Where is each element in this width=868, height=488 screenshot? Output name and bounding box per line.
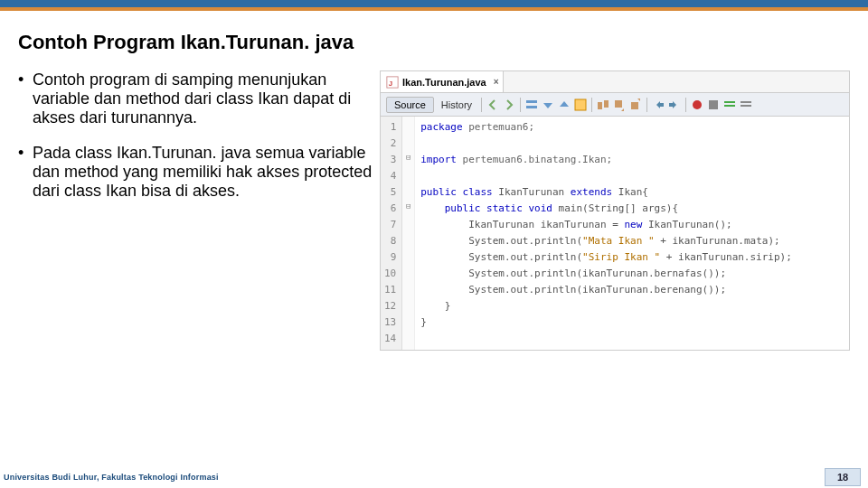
code-lines[interactable]: package pertemuan6; import pertemuan6.bi…: [415, 117, 792, 350]
toolbar-separator: [591, 98, 592, 112]
svg-rect-4: [575, 99, 586, 110]
svg-rect-3: [526, 106, 537, 108]
page-number: 18: [825, 468, 861, 486]
file-tab[interactable]: J Ikan.Turunan.java ×: [381, 71, 504, 92]
macro-stop-icon[interactable]: [706, 98, 721, 112]
find-next-icon[interactable]: [557, 98, 571, 112]
editor-tab-bar: J Ikan.Turunan.java ×: [381, 71, 849, 93]
find-prev-icon[interactable]: [541, 98, 555, 112]
svg-rect-10: [669, 103, 673, 107]
svg-point-11: [693, 100, 702, 109]
svg-rect-12: [709, 100, 718, 109]
svg-rect-16: [741, 105, 751, 107]
next-bookmark-icon[interactable]: [628, 98, 643, 112]
slide-title: Contoh Program Ikan.Turunan. java: [0, 11, 868, 70]
svg-rect-8: [631, 102, 638, 109]
svg-rect-15: [741, 101, 751, 103]
history-button[interactable]: History: [436, 98, 477, 112]
prev-bookmark-icon[interactable]: [612, 98, 627, 112]
svg-rect-2: [526, 100, 537, 103]
bookmark-icon[interactable]: [596, 98, 610, 112]
code-panel: J Ikan.Turunan.java × Source History: [380, 70, 850, 351]
java-file-icon: J: [386, 76, 399, 89]
toolbar-separator: [520, 98, 521, 112]
bullet-item: Pada class Ikan.Turunan. java semua vari…: [18, 144, 380, 201]
svg-rect-7: [615, 100, 622, 108]
nav-back-icon[interactable]: [486, 98, 500, 112]
source-button[interactable]: Source: [386, 97, 434, 113]
nav-fwd-icon[interactable]: [502, 98, 516, 112]
content-row: Contoh program di samping menunjukan var…: [0, 70, 868, 351]
toolbar-separator: [481, 98, 482, 112]
find-selection-icon[interactable]: [524, 98, 539, 112]
footer: Universitas Budi Luhur, Fakultas Teknolo…: [0, 466, 868, 488]
bullet-column: Contoh program di samping menunjukan var…: [18, 70, 380, 351]
svg-rect-5: [598, 102, 602, 109]
fold-column: ⊟⊟: [402, 117, 415, 350]
highlight-icon[interactable]: [573, 98, 588, 112]
shift-left-icon[interactable]: [651, 98, 665, 112]
code-area: 123 456 789 101112 1314 ⊟⊟ package perte…: [381, 117, 849, 350]
toolbar-separator: [685, 98, 686, 112]
line-gutter: 123 456 789 101112 1314: [381, 117, 402, 350]
macro-record-icon[interactable]: [690, 98, 704, 112]
file-tab-label: Ikan.Turunan.java: [402, 77, 486, 88]
uncomment-icon[interactable]: [739, 98, 753, 112]
svg-rect-9: [660, 103, 664, 107]
svg-rect-6: [604, 100, 609, 108]
close-icon[interactable]: ×: [494, 77, 499, 87]
top-blue-bar: [0, 0, 868, 7]
svg-rect-14: [724, 105, 735, 107]
shift-right-icon[interactable]: [667, 98, 682, 112]
svg-rect-13: [724, 101, 735, 103]
comment-icon[interactable]: [722, 98, 737, 112]
svg-text:J: J: [389, 79, 392, 87]
footer-university: Universitas Budi Luhur, Fakultas Teknolo…: [4, 473, 219, 482]
toolbar-separator: [646, 98, 647, 112]
editor-toolbar: Source History: [381, 93, 849, 117]
bullet-item: Contoh program di samping menunjukan var…: [18, 70, 380, 127]
